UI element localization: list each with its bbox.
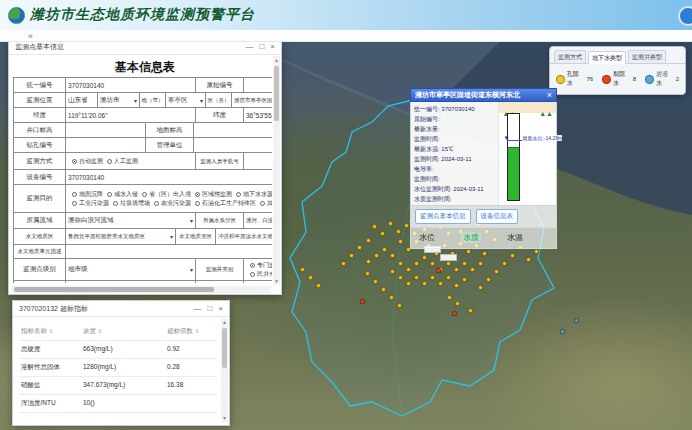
map-marker-yellow[interactable] (372, 224, 377, 229)
map-marker-yellow[interactable] (455, 301, 460, 306)
horizontal-scrollbar[interactable] (12, 286, 271, 293)
map-marker-yellow[interactable] (414, 275, 419, 280)
minimize-icon[interactable]: — (193, 305, 201, 313)
radio-purpose-8[interactable]: 农业污染源 (150, 199, 191, 208)
sort-icon[interactable]: ⇅ (49, 328, 53, 334)
drill-no-field[interactable] (66, 138, 146, 153)
close-icon[interactable]: × (218, 305, 223, 313)
ground-elev-field[interactable] (194, 123, 272, 138)
district-select[interactable]: 寒亭区▾ (166, 93, 206, 108)
map-marker-yellow[interactable] (316, 283, 321, 288)
scroll-up-icon[interactable]: ▲ (221, 318, 228, 326)
hydro-select[interactable]: 鲁西北平原松散岩类水文地质区▾ (66, 229, 176, 245)
legend-item-fissure-water[interactable]: 裂隙水 8 (602, 70, 636, 88)
watersys-field[interactable]: 潍河、白浪河、弥河水系区 (244, 213, 272, 229)
tab-water-level[interactable]: 水位 (419, 232, 435, 243)
mgmt-unit-field[interactable] (194, 138, 272, 153)
sort-icon[interactable]: ⇅ (195, 328, 199, 334)
map-marker-yellow[interactable] (390, 269, 395, 274)
map-marker-yellow[interactable] (454, 283, 459, 288)
map-marker-yellow[interactable] (534, 249, 539, 254)
col-exceed-ratio[interactable]: 超标倍数⇅ (165, 323, 213, 340)
radio-auto-monitor[interactable]: 自动监测 (68, 157, 103, 166)
radio-purpose-9[interactable]: 石油化工生产特殊区 (191, 199, 256, 208)
map-marker-yellow[interactable] (398, 275, 403, 280)
map-marker-yellow[interactable] (300, 267, 305, 272)
radio-manual-monitor[interactable]: 人工监测 (103, 157, 138, 166)
popup-titlebar[interactable]: 潍坊市寒亭区固堤街道东横河东北 × (410, 88, 557, 102)
minimize-icon[interactable]: — (245, 43, 253, 51)
longitude-field[interactable]: 119°11'20.06" (66, 108, 196, 123)
legend-tab-groundwater-type[interactable]: 地下水类型 (588, 51, 626, 64)
map-marker-yellow[interactable] (494, 269, 499, 274)
tab-water-temp[interactable]: 水温 (507, 232, 523, 243)
map-marker-yellow[interactable] (430, 261, 435, 266)
hydro-desc-field[interactable] (66, 245, 272, 259)
map-marker-yellow[interactable] (482, 251, 487, 256)
map-marker-yellow[interactable] (404, 223, 409, 228)
map-marker-yellow[interactable] (462, 277, 467, 282)
radio-purpose-6[interactable]: 工业污染源 (68, 199, 109, 208)
tab-water-quality[interactable]: 水质 (461, 232, 481, 243)
map-marker-red[interactable] (452, 311, 457, 316)
radio-purpose-1[interactable]: 咸水入侵 (103, 190, 138, 199)
map-marker-yellow[interactable] (406, 281, 411, 286)
map-marker-yellow[interactable] (422, 281, 427, 286)
map-marker-yellow[interactable] (447, 295, 452, 300)
map-marker-red[interactable] (436, 268, 441, 273)
radio-well-civil[interactable]: 民井 (246, 270, 269, 279)
sort-icon[interactable]: ⇅ (98, 328, 102, 334)
map-marker-yellow[interactable] (430, 275, 435, 280)
radio-purpose-10[interactable]: 其他 () (256, 199, 272, 208)
map-marker-yellow[interactable] (414, 261, 419, 266)
table-row[interactable]: 溶解性总固体 1280(mg/L) 0.28 (19, 359, 217, 377)
device-no-field[interactable]: 3707030140 (66, 170, 272, 185)
unified-no-field[interactable]: 3707030140 (66, 78, 196, 93)
col-concentration[interactable]: 浓度⇅ (81, 323, 165, 340)
address-field[interactable]: 潍坊市寒亭区固堤街道东横河东北 (232, 93, 272, 108)
city-select[interactable]: 潍坊市▾ (98, 93, 140, 108)
map-marker-yellow[interactable] (357, 245, 362, 250)
original-no-field[interactable] (244, 78, 272, 93)
close-icon[interactable]: × (547, 90, 552, 100)
vertical-scrollbar[interactable]: ▲ ▼ (273, 56, 280, 285)
radio-purpose-4[interactable]: 地下水水源地 (232, 190, 272, 199)
map-marker-yellow[interactable] (438, 281, 443, 286)
legend-item-karst-water[interactable]: 岩溶水 2 (645, 70, 679, 88)
map-marker-yellow[interactable] (406, 267, 411, 272)
map-marker-yellow[interactable] (422, 255, 427, 260)
legend-tab-method[interactable]: 监测方式 (554, 50, 586, 63)
table-row[interactable]: 总硬度 663(mg/L) 0.92 (19, 341, 217, 359)
radio-purpose-7[interactable]: 垃圾填埋场 (109, 199, 150, 208)
map-marker-yellow[interactable] (398, 239, 403, 244)
map-marker-yellow[interactable] (486, 277, 491, 282)
map-marker-yellow[interactable] (502, 261, 507, 266)
vertical-scrollbar[interactable]: ▲ ▼ (221, 318, 228, 422)
map-marker-yellow[interactable] (446, 261, 451, 266)
point-level-select[interactable]: 地市级▾ (66, 259, 196, 281)
map-marker-yellow[interactable] (365, 271, 370, 276)
basin-select[interactable]: 潍弥白浪河流域▾ (66, 213, 196, 229)
map-marker-yellow[interactable] (397, 303, 402, 308)
scrollbar-thumb[interactable] (274, 66, 279, 121)
exceed-panel-titlebar[interactable]: 3707020132 超标指标 — □ × (13, 301, 229, 317)
wellhead-elev-field[interactable] (66, 123, 146, 138)
map-marker-yellow[interactable] (470, 267, 475, 272)
radio-purpose-3[interactable]: 区域性监测 (191, 190, 232, 199)
device-info-button[interactable]: 设备信息表 (476, 209, 519, 224)
map-marker-yellow[interactable] (374, 253, 379, 258)
map-marker-yellow[interactable] (398, 261, 403, 266)
map-marker-yellow[interactable] (308, 275, 313, 280)
map-marker-yellow[interactable] (381, 287, 386, 292)
map-marker-yellow[interactable] (526, 257, 531, 262)
latitude-field[interactable]: 36°53'55.08" (244, 108, 272, 123)
phone-field[interactable] (244, 153, 272, 170)
user-avatar[interactable] (678, 6, 692, 26)
basic-info-button[interactable]: 监测点基本信息 (415, 209, 471, 224)
scrollbar-thumb[interactable] (222, 328, 227, 368)
map-marker-yellow[interactable] (446, 275, 451, 280)
legend-item-pore-water[interactable]: 孔隙水 76 (556, 70, 593, 88)
legend-tab-well-type[interactable]: 监测井类型 (628, 50, 666, 63)
scroll-down-icon[interactable]: ▼ (221, 414, 228, 422)
aquifer-right-field[interactable] (244, 281, 272, 283)
